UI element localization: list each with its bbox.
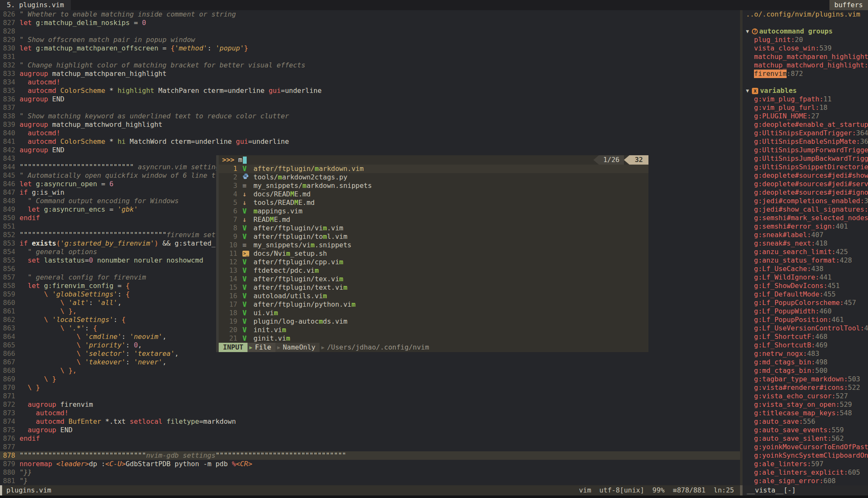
tag-item[interactable]: g:auto_save_events:559 [743,426,868,434]
code-line-869[interactable]: 869 \ } [0,375,740,383]
file-row[interactable]: 8Vafter/ftplugin/vim.vim [219,224,648,232]
tag-item[interactable]: g:UltiSnipsJumpForwardTrigge [743,146,868,154]
code-line-839[interactable]: 839augroup matchup_matchword_highlight [0,120,740,129]
tag-item[interactable]: g:Lf_PopupPosition:461 [743,316,868,324]
tag-item[interactable]: g:yoinkMoveCursorToEndOfPast [743,443,868,451]
tag-item[interactable]: g:anzu_status_format:428 [743,256,868,265]
tag-group-header[interactable]: ▼xvariables [743,87,868,95]
tag-item[interactable]: g:Lf_UseVersionControlTool:4 [743,324,868,333]
tag-item[interactable]: g:vim_plug_fpath:11 [743,95,868,104]
tag-item[interactable]: g:deoplete#sources#jedi#igno [743,188,868,197]
code-line-829[interactable]: 829" Show offscreen match pair in popup … [0,36,740,44]
tag-item[interactable]: g:md_ctags_bin:498 [743,358,868,367]
code-line-872[interactable]: 872 augroup firenvim [0,400,740,409]
file-row[interactable]: 11>_docs/Nvim_setup.sh [219,249,648,258]
code-line-840[interactable]: 840 autocmd! [0,129,740,137]
file-row[interactable]: 15Vafter/ftplugin/text.vim [219,283,648,292]
file-row[interactable]: 12Vafter/ftplugin/cpp.vim [219,258,648,266]
tag-item[interactable]: g:sneak#s_next:418 [743,239,868,248]
file-row[interactable]: 18Vui.vim [219,309,648,317]
tag-item[interactable]: g:ale_linters_explicit:605 [743,468,868,477]
tag-item[interactable]: g:ale_linters:597 [743,460,868,468]
file-row[interactable]: 14Vafter/ftplugin/tex.vim [219,275,648,283]
tag-item[interactable]: g:md_ctags_bin:500 [743,367,868,375]
tag-item[interactable]: g:UltiSnipsJumpBackwardTrigg [743,154,868,163]
tag-item[interactable]: g:PLUGIN_HOME:27 [743,112,868,120]
tag-item[interactable]: matchup_matchword_highlight: [743,61,868,70]
code-line-873[interactable]: 873 autocmd! [0,409,740,417]
file-row[interactable]: 1Vafter/ftplugin/markdown.vim [219,165,648,173]
tag-item[interactable]: g:auto_save_silent:562 [743,434,868,443]
tag-item[interactable]: vista_close_win:539 [743,44,868,53]
code-line-874[interactable]: 874 autocmd BufEnter *.txt setlocal file… [0,417,740,426]
code-line-826[interactable]: 826" Whether to enable matching inside c… [0,10,740,19]
tag-item[interactable]: g:UltiSnipsEnableSnipMate:36 [743,137,868,146]
tag-item[interactable]: g:jedi#completions_enabled:3 [743,197,868,205]
tag-item[interactable]: g:Lf_ShowDevIcons:451 [743,282,868,290]
chevron-down-icon[interactable]: ▼ [746,27,749,36]
code-line-867[interactable]: 867 \ 'takeover': 'never', [0,358,740,367]
tag-item[interactable]: g:Lf_DefaultMode:455 [743,290,868,299]
code-line-841[interactable]: 841 autocmd ColorScheme * hi MatchWord c… [0,137,740,146]
tag-item[interactable]: g:vista_echo_cursor:527 [743,392,868,400]
tag-item[interactable]: g:Lf_ShortcutB:469 [743,341,868,350]
tag-item[interactable]: firenvim:872 [743,70,868,78]
code-line-837[interactable]: 837 [0,104,740,112]
code-line-832[interactable]: 832" Change highlight color of matching … [0,61,740,70]
code-line-880[interactable]: 880"}} [0,468,740,477]
code-line-870[interactable]: 870 \ } [0,383,740,392]
tag-item[interactable]: plug_init:20 [743,36,868,44]
file-row[interactable]: 7↓README.md [219,215,648,224]
tag-item[interactable]: g:Lf_PopupColorscheme:457 [743,299,868,307]
tag-item[interactable]: g:yoinkSyncSystemClipboardOn [743,451,868,460]
code-line-831[interactable]: 831 [0,53,740,61]
tag-item[interactable]: g:tagbar_type_markdown:503 [743,375,868,383]
file-row[interactable]: 6Vmappings.vim [219,207,648,215]
tag-item[interactable]: g:deoplete#sources#jedi#show [743,171,868,180]
tag-item[interactable]: g:sneak#label:407 [743,231,868,239]
tag-group-header[interactable]: ▼?autocommand groups [743,27,868,36]
command-line[interactable] [0,495,868,498]
code-line-881[interactable]: 881"} [0,477,740,485]
tag-item[interactable]: g:deoplete#enable_at_startup [743,120,868,129]
file-row[interactable]: 9Vafter/ftplugin/toml.vim [219,232,648,241]
file-row[interactable]: 20Vinit.vim [219,326,648,334]
code-line-877[interactable]: 877 [0,443,740,451]
file-row[interactable]: 13Vftdetect/pdc.vim [219,266,648,275]
tab-plugins-vim[interactable]: 5. plugins.vim [0,0,71,10]
tag-item[interactable]: g:deoplete#sources#jedi#serv [743,180,868,188]
code-line-875[interactable]: 875 augroup END [0,426,740,434]
file-row[interactable]: 10≡my_snippets/vim.snippets [219,241,648,249]
file-row[interactable]: 16Vautoload/utils.vim [219,292,648,300]
code-line-868[interactable]: 868 \ }, [0,367,740,375]
file-row[interactable]: 3≡my_snippets/markdown.snippets [219,182,648,190]
tag-item[interactable]: g:Lf_UseCache:438 [743,265,868,273]
code-line-838[interactable]: 838" Show matching keyword as underlined… [0,112,740,120]
tag-item[interactable]: g:semshi#mark_selected_nodes [743,214,868,222]
search-query-input[interactable]: m [238,156,242,164]
code-line-834[interactable]: 834 autocmd! [0,78,740,87]
tag-item[interactable]: g:Lf_ShortcutF:468 [743,333,868,341]
file-row[interactable]: 4↓docs/README.md [219,190,648,199]
tag-item[interactable]: matchup_matchparen_highlight [743,53,868,61]
code-line-833[interactable]: 833augroup matchup_matchparen_highlight [0,70,740,78]
tag-item[interactable]: g:jedi#show_call_signatures: [743,205,868,214]
tag-item[interactable]: g:auto_save:556 [743,417,868,426]
file-row[interactable]: 17Vafter/ftplugin/python.vim [219,300,648,309]
chevron-down-icon[interactable]: ▼ [746,87,749,95]
tag-item[interactable]: g:semshi#error_sign:401 [743,222,868,231]
code-line-871[interactable]: 871 [0,392,740,400]
file-row[interactable]: 5↓tools/README.md [219,199,648,207]
file-row[interactable]: 19Vplugin/log-autocmds.vim [219,317,648,326]
code-line-830[interactable]: 830let g:matchup_matchparen_offscreen = … [0,44,740,53]
tag-item[interactable]: g:vista_stay_on_open:529 [743,400,868,409]
tag-item[interactable]: g:Lf_WildIgnore:441 [743,273,868,282]
tag-item[interactable]: g:anzu_search_limit:425 [743,248,868,256]
code-line-836[interactable]: 836augroup END [0,95,740,104]
tag-item[interactable]: g:UltiSnipsExpandTrigger:364 [743,129,868,137]
tab-buffers[interactable]: buffers [829,0,868,10]
code-line-835[interactable]: 835 autocmd ColorScheme * highlight Matc… [0,87,740,95]
code-line-879[interactable]: 879nnoremap <leader>dp :<C-U>GdbStartPDB… [0,460,740,468]
tag-item[interactable]: g:vim_plug_furl:18 [743,104,868,112]
tag-item[interactable]: g:netrw_nogx:483 [743,350,868,358]
